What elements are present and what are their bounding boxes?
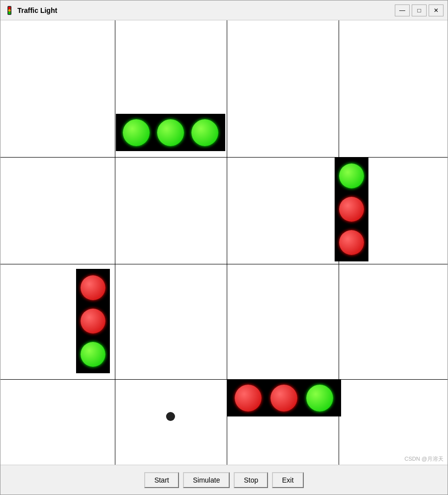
svg-point-1 (8, 6, 11, 9)
stop-button[interactable]: Stop (234, 472, 268, 488)
light-bottom-2 (270, 385, 297, 412)
simulate-button[interactable]: Simulate (183, 472, 230, 488)
light-right-2 (339, 197, 364, 222)
main-window: Traffic Light — □ ✕ (0, 0, 448, 495)
road-h-2 (0, 264, 448, 264)
road-h-1 (0, 157, 448, 158)
light-left-3 (81, 342, 105, 367)
light-top-1 (123, 119, 150, 146)
app-icon (4, 5, 14, 15)
light-bottom-3 (306, 385, 333, 412)
watermark: CSDN @月溶天 (405, 455, 444, 463)
traffic-light-left (76, 269, 110, 373)
light-right-3 (339, 230, 364, 255)
canvas-area: CSDN @月溶天 (0, 20, 448, 465)
window-controls: — □ ✕ (395, 4, 444, 16)
svg-point-3 (8, 11, 11, 14)
exit-button[interactable]: Exit (272, 472, 303, 488)
light-bottom-1 (235, 385, 262, 412)
start-button[interactable]: Start (144, 472, 179, 488)
title-bar: Traffic Light — □ ✕ (0, 0, 448, 20)
toolbar: Start Simulate Stop Exit (0, 465, 448, 495)
light-top-2 (157, 119, 184, 146)
window-title: Traffic Light (17, 6, 395, 14)
light-right-1 (339, 164, 364, 188)
light-left-1 (81, 275, 105, 300)
minimize-button[interactable]: — (395, 4, 410, 16)
maximize-button[interactable]: □ (412, 4, 427, 16)
traffic-light-bottom (227, 379, 341, 416)
svg-point-2 (8, 9, 11, 11)
road-v-1 (115, 20, 115, 465)
light-top-3 (191, 119, 218, 146)
traffic-light-right (335, 157, 368, 261)
vehicle-dot (166, 412, 175, 421)
light-left-2 (81, 309, 105, 333)
close-button[interactable]: ✕ (429, 4, 444, 16)
traffic-light-top (116, 114, 225, 151)
road-h-3 (0, 379, 448, 380)
